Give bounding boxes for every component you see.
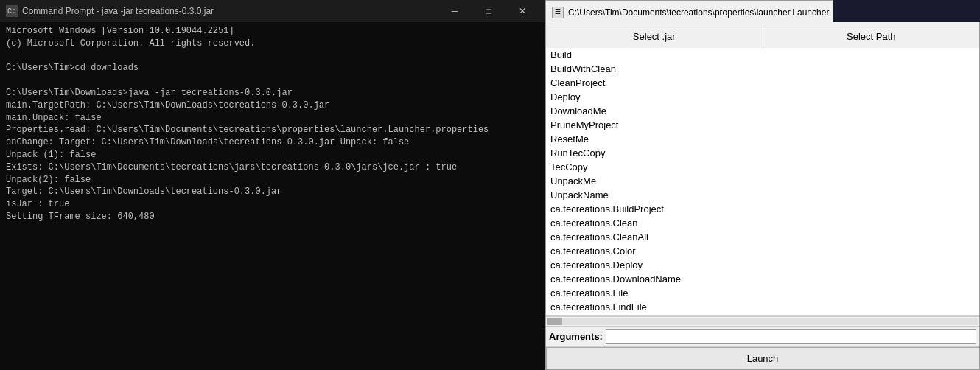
list-item[interactable]: ca.tecreations.FindFile [546,300,979,314]
gui-icon-label: ☰ [555,8,561,16]
cmd-controls: ─ □ ✕ [438,0,539,22]
hscroll-thumb[interactable] [547,318,562,325]
cmd-icon-label: C: [7,7,16,15]
list-item[interactable]: RunTecCopy [546,146,979,160]
list-item[interactable]: DownloadMe [546,104,979,118]
list-item[interactable]: ca.tecreations.BuildProject [546,202,979,216]
list-item[interactable]: UnpackMe [546,174,979,188]
gui-arguments-row: Arguments: [546,327,979,347]
list-item[interactable]: TecCopy [546,160,979,174]
hscroll-track[interactable] [547,318,978,325]
list-item[interactable]: ca.tecreations.File [546,286,979,300]
gui-footer: Launch [546,347,979,369]
list-item[interactable]: ca.tecreations.Clean [546,216,979,230]
top-right-bar [833,0,980,22]
list-item[interactable]: CleanProject [546,76,979,90]
list-item[interactable]: UnpackName [546,188,979,202]
gui-app-icon: ☰ [552,7,564,18]
list-item[interactable]: ca.tecreations.DownloadName [546,272,979,286]
list-item[interactable]: BuildWithClean [546,62,979,76]
cmd-titlebar: C: Command Prompt - java -jar tecreation… [0,0,545,22]
cmd-icon: C: [6,5,18,17]
arguments-label: Arguments: [549,331,603,342]
gui-toolbar: Select .jar Select Path [546,24,979,48]
list-item[interactable]: PruneMyProject [546,118,979,132]
launch-button[interactable]: Launch [546,347,979,369]
cmd-close-button[interactable]: ✕ [505,0,539,22]
list-item[interactable]: ca.tecreations.Deploy [546,258,979,272]
cmd-window: C: Command Prompt - java -jar tecreation… [0,0,545,370]
select-jar-button[interactable]: Select .jar [546,24,763,48]
cmd-title: Command Prompt - java -jar tecreations-0… [22,6,433,16]
cmd-minimize-button[interactable]: ─ [438,0,472,22]
list-item[interactable]: ca.tecreations.Color [546,244,979,258]
cmd-maximize-button[interactable]: □ [472,0,505,22]
gui-horizontal-scrollbar[interactable] [546,316,979,327]
arguments-input[interactable] [606,329,976,344]
cmd-content: Microsoft Windows [Version 10.0.19044.22… [0,22,545,370]
list-item[interactable]: ResetMe [546,132,979,146]
list-item[interactable]: Deploy [546,90,979,104]
list-item[interactable]: Build [546,48,979,62]
gui-window: ☰ C:\Users\Tim\Documents\tecreations\pro… [545,0,980,370]
list-item[interactable]: ca.tecreations.CleanAll [546,230,979,244]
gui-class-list[interactable]: BuildBuildWithCleanCleanProjectDeployDow… [546,48,979,316]
select-path-button[interactable]: Select Path [763,24,980,48]
